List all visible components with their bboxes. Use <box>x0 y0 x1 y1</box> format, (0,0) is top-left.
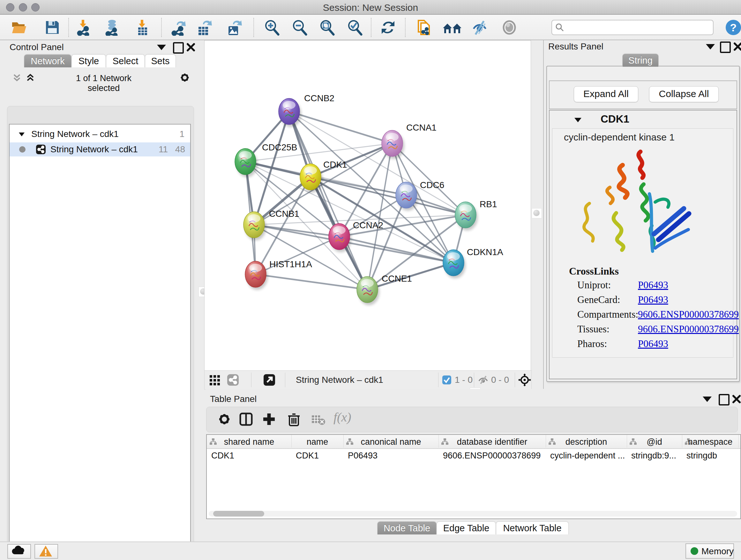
collapse-all-button[interactable]: Collapse All <box>649 86 719 102</box>
collection-expander-icon[interactable] <box>18 130 25 140</box>
export-image-icon[interactable] <box>226 19 243 36</box>
tab-style[interactable]: Style <box>71 54 106 67</box>
memory-label: Memory <box>701 546 734 557</box>
network-row-selected[interactable]: String Network – cdk1 11 48 <box>10 142 190 157</box>
hide-glass-icon[interactable] <box>471 19 488 36</box>
expand-all-networks-icon[interactable] <box>11 72 22 84</box>
results-panel: Results Panel String Expand All Collapse… <box>543 40 741 389</box>
column-header-database-identifier[interactable]: database identifier <box>439 435 546 448</box>
right-splitter-handle[interactable] <box>532 208 542 219</box>
table-cell[interactable]: stringdb:9... <box>631 451 680 461</box>
memory-button[interactable]: Memory <box>685 543 734 559</box>
gene-name: CDK1 <box>601 113 629 125</box>
control-panel-float-icon[interactable] <box>173 42 184 54</box>
table-cell[interactable]: 9606.ENSP00000378699 <box>443 451 544 461</box>
column-header-namespace[interactable]: namespace <box>682 435 739 448</box>
table-cell[interactable]: cyclin-dependent ... <box>550 451 625 461</box>
grid-view-icon[interactable] <box>209 374 220 387</box>
function-builder-icon[interactable]: f(x) <box>333 410 364 426</box>
gene-expander-icon[interactable] <box>574 116 582 125</box>
network-options-gear-icon[interactable] <box>179 71 191 85</box>
crosslink-link[interactable]: P06493 <box>638 279 668 291</box>
table-panel-collapse-icon[interactable] <box>703 396 712 402</box>
table-cell[interactable]: CDK1 <box>296 451 341 461</box>
column-header-canonical-name[interactable]: canonical name <box>343 435 439 448</box>
import-table-icon[interactable] <box>134 19 151 36</box>
network-view-toolbar: String Network – cdk1 1 - 0 0 - 0 <box>204 370 532 389</box>
tab-sets[interactable]: Sets <box>145 54 176 67</box>
tab-node-table[interactable]: Node Table <box>377 521 436 535</box>
tab-network-table[interactable]: Network Table <box>496 521 569 535</box>
help-icon[interactable]: ? <box>725 19 741 36</box>
tab-select[interactable]: Select <box>106 54 145 67</box>
crosslink-link[interactable]: P06493 <box>638 338 668 350</box>
svg-text:RB1: RB1 <box>480 199 497 209</box>
delete-table-icon[interactable] <box>311 412 327 428</box>
crosslink-label: Uniprot: <box>577 279 611 291</box>
collapse-all-networks-icon[interactable] <box>25 72 36 84</box>
hidden-count: 0 - 0 <box>491 375 509 385</box>
warning-status-button[interactable] <box>35 544 58 559</box>
network-node: CDK1 <box>300 160 347 192</box>
search-input[interactable] <box>566 21 708 33</box>
show-columns-icon[interactable] <box>239 412 254 428</box>
import-network-file-icon[interactable] <box>77 19 93 36</box>
column-header-description[interactable]: description <box>546 435 627 448</box>
export-table-icon[interactable] <box>196 19 212 36</box>
delete-column-icon[interactable] <box>286 412 302 428</box>
export-network-icon[interactable] <box>171 19 188 36</box>
table-cell[interactable]: P06493 <box>348 451 436 461</box>
control-panel-close-icon[interactable] <box>186 43 195 53</box>
results-panel-close-icon[interactable] <box>733 42 741 52</box>
zoom-selected-icon[interactable] <box>347 19 363 36</box>
table-panel-close-icon[interactable] <box>732 395 741 405</box>
window-title: Session: New Session <box>0 2 741 13</box>
birdseye-toggle-icon[interactable] <box>518 373 531 388</box>
open-in-browser-icon[interactable] <box>263 374 275 387</box>
network-graph[interactable]: CCNB2CCNA1CDC25BCDK1CDC6RB1CCNB1CCNA2CDK… <box>205 41 531 371</box>
open-session-icon[interactable] <box>11 19 27 36</box>
table-cell[interactable]: stringdb <box>686 451 737 461</box>
gene-description: cyclin-dependent kinase 1 <box>564 132 675 143</box>
table-cell[interactable]: CDK1 <box>211 451 289 461</box>
control-panel-collapse-icon[interactable] <box>157 45 166 50</box>
status-bar: Memory <box>0 542 741 560</box>
hidden-eye-icon[interactable] <box>478 375 488 386</box>
network-collection-row[interactable]: String Network – cdk1 1 <box>10 128 190 141</box>
network-canvas[interactable]: CCNB2CCNA1CDC25BCDK1CDC6RB1CCNB1CCNA2CDK… <box>204 40 531 371</box>
save-session-icon[interactable] <box>44 19 61 36</box>
crosslink-link[interactable]: P06493 <box>638 294 668 306</box>
column-header-shared-name[interactable]: shared name <box>207 435 292 448</box>
expand-all-button[interactable]: Expand All <box>574 86 638 102</box>
horizontal-scrollbar-thumb[interactable] <box>213 511 264 516</box>
zoom-in-icon[interactable] <box>264 19 280 36</box>
results-panel-float-icon[interactable] <box>720 42 731 53</box>
svg-text:CDKN1A: CDKN1A <box>467 247 503 257</box>
svg-text:CCNA2: CCNA2 <box>353 220 383 230</box>
footer-separator <box>515 373 515 387</box>
tab-string-results[interactable]: String <box>622 54 659 67</box>
zoom-out-icon[interactable] <box>291 19 308 36</box>
crosslink-label: Tissues: <box>577 323 610 335</box>
column-header-name[interactable]: name <box>291 435 344 448</box>
network-share-disabled-icon[interactable] <box>227 374 239 387</box>
results-panel-collapse-icon[interactable] <box>706 44 715 50</box>
table-options-gear-icon[interactable] <box>217 412 232 428</box>
column-header--id[interactable]: @id <box>627 435 682 448</box>
cloud-status-button[interactable] <box>7 544 31 559</box>
tab-network[interactable]: Network <box>24 54 71 67</box>
crosslink-link[interactable]: 9606.ENSP00000378699 <box>638 323 739 335</box>
import-network-database-icon[interactable] <box>105 19 121 36</box>
zoom-fit-icon[interactable] <box>319 19 335 36</box>
add-column-icon[interactable] <box>261 412 277 428</box>
new-network-from-selection-icon[interactable] <box>416 19 432 36</box>
apply-layout-icon[interactable] <box>380 19 396 36</box>
crosslink-link[interactable]: 9606.ENSP00000378699 <box>638 309 739 320</box>
tab-edge-table[interactable]: Edge Table <box>436 521 496 535</box>
show-glass-icon[interactable] <box>501 19 518 36</box>
string-home-icon[interactable] <box>442 19 462 36</box>
table-panel-float-icon[interactable] <box>719 394 730 406</box>
selected-checkbox-icon[interactable] <box>442 375 452 386</box>
table-row[interactable]: CDK1CDK1P064939606.ENSP00000378699cyclin… <box>207 448 740 462</box>
search-field[interactable] <box>551 20 714 35</box>
